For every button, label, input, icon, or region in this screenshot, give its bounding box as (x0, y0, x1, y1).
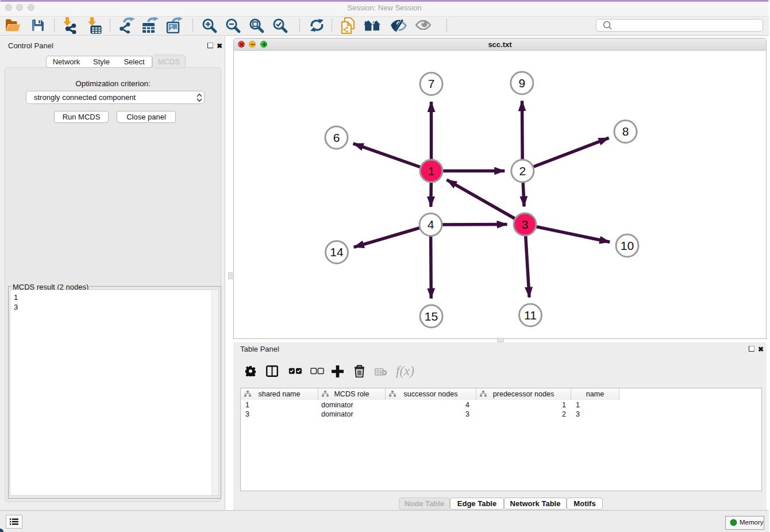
svg-text:11: 11 (524, 309, 537, 322)
svg-text:8: 8 (622, 125, 629, 138)
svg-text:14: 14 (330, 245, 344, 259)
svg-text:7: 7 (428, 77, 435, 90)
svg-text:10: 10 (621, 239, 634, 252)
svg-text:1: 1 (428, 164, 435, 178)
svg-text:9: 9 (518, 76, 525, 90)
svg-text:15: 15 (425, 310, 438, 323)
svg-text:4: 4 (428, 218, 434, 231)
svg-text:2: 2 (519, 164, 526, 178)
svg-text:6: 6 (333, 131, 340, 144)
svg-text:3: 3 (522, 218, 529, 231)
